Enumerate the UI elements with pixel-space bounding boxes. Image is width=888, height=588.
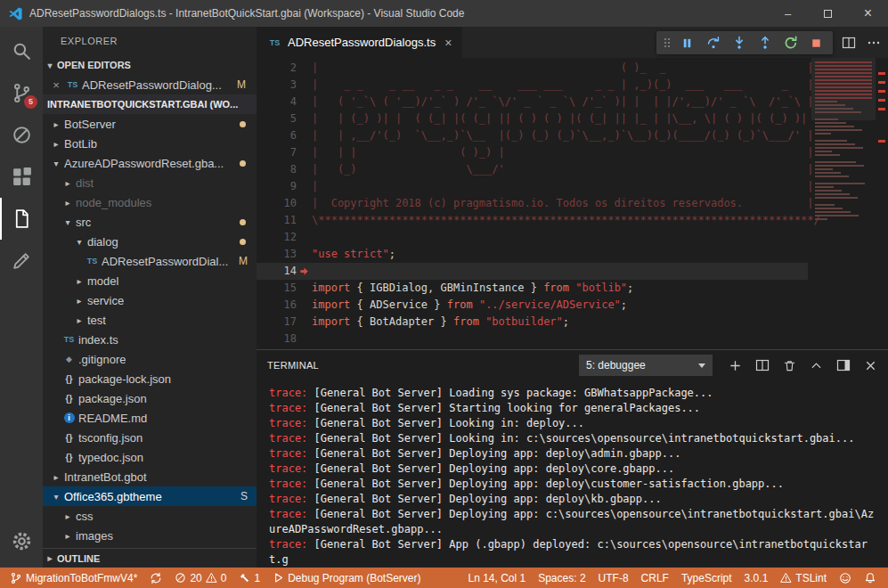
tab-adresetpassworddialogs[interactable]: TS ADResetPasswordDialogs.ts × xyxy=(257,27,462,58)
step-out-button[interactable] xyxy=(753,32,777,53)
terminal-selector-value: 5: debuggee xyxy=(586,359,646,372)
code-line[interactable]: 16import { ADService } from "../service/… xyxy=(257,297,808,314)
status-ts-version[interactable]: 3.0.1 xyxy=(738,568,775,588)
settings-gear-icon[interactable] xyxy=(0,520,43,562)
window-controls: – × xyxy=(768,0,888,27)
tree-item-typedoc-json[interactable]: {}typedoc.json xyxy=(43,447,257,467)
status-tslint[interactable]: TSLint xyxy=(774,568,833,588)
code-line[interactable]: 12 xyxy=(257,229,808,246)
tree-item-intranetbot-gbot[interactable]: ▸IntranetBot.gbot xyxy=(43,467,257,486)
more-actions-icon[interactable] xyxy=(867,36,881,50)
status-language[interactable]: TypeScript xyxy=(675,568,738,588)
tree-item-botserver[interactable]: ▸BotServer xyxy=(43,114,257,134)
tree-item-index-ts[interactable]: TSindex.ts xyxy=(43,330,257,349)
tree-item-css[interactable]: ▸css xyxy=(43,506,257,526)
search-icon[interactable] xyxy=(0,30,43,72)
tree-item-images[interactable]: ▸images xyxy=(43,526,257,545)
pause-button[interactable] xyxy=(675,32,699,53)
maximize-button[interactable] xyxy=(808,0,848,27)
code-line[interactable]: 14 xyxy=(257,263,808,280)
status-encoding[interactable]: UTF-8 xyxy=(592,568,635,588)
workspace-section-header[interactable]: INTRANETBOTQUICKSTART.GBAI (WO... xyxy=(43,94,257,114)
status-debug-program[interactable]: Debug Program (BotServer) xyxy=(266,568,427,588)
status-notifications[interactable] xyxy=(858,568,883,588)
minimize-button[interactable]: – xyxy=(768,0,808,27)
code-line[interactable]: 17import { BotAdapter } from "botbuilder… xyxy=(257,314,808,331)
edit-icon[interactable] xyxy=(0,240,43,282)
tree-item-readme-md[interactable]: iREADME.md xyxy=(43,408,257,428)
code-line[interactable]: 4| ( '_`\ ( '__)/'_` ) /'_ `\/' _ ` _ `\… xyxy=(257,94,808,110)
debug-icon[interactable] xyxy=(0,114,43,156)
step-over-button[interactable] xyxy=(701,32,725,53)
smiley-icon xyxy=(839,572,851,584)
drag-handle-icon[interactable] xyxy=(661,32,673,53)
minimap[interactable] xyxy=(811,58,876,349)
code-line[interactable]: 2| ( )_ _ | xyxy=(257,60,808,77)
explorer-icon[interactable] xyxy=(0,198,43,240)
source-control-icon[interactable]: 5 xyxy=(0,72,43,114)
status-sync[interactable] xyxy=(143,568,168,588)
tree-item-label: test xyxy=(87,314,106,327)
close-button[interactable]: × xyxy=(848,0,888,27)
status-problems[interactable]: 200 xyxy=(168,568,232,588)
tree-item-package-json[interactable]: {}package.json xyxy=(43,388,257,408)
restart-button[interactable] xyxy=(778,32,802,53)
tree-item--gitignore[interactable]: ◆.gitignore xyxy=(43,349,257,369)
tree-item-dialog[interactable]: ▾dialog xyxy=(43,232,257,251)
outline-header[interactable]: ▸ OUTLINE xyxy=(43,548,257,568)
open-editors-header[interactable]: ▾ OPEN EDITORS xyxy=(43,55,257,75)
status-feedback[interactable] xyxy=(833,568,858,588)
tab-terminal[interactable]: TERMINAL xyxy=(267,360,319,371)
code-line[interactable]: 13"use strict"; xyxy=(257,246,808,263)
tree-item-office365-gbtheme[interactable]: ▾Office365.gbthemeS xyxy=(43,486,257,506)
status-tasks[interactable]: 1 xyxy=(232,568,266,588)
debug-toolbar xyxy=(656,31,833,54)
tree-item-dist[interactable]: ▸dist xyxy=(43,173,257,192)
extensions-icon[interactable] xyxy=(0,156,43,198)
code-line[interactable]: 3| _ _ _ __ _ _ __ ___ ___ _ _ | ,_)(_) … xyxy=(257,77,808,94)
file-tree: ▸BotServer▸BotLib▾AzureADPasswordReset.g… xyxy=(43,114,257,545)
step-into-button[interactable] xyxy=(727,32,751,53)
code-line[interactable]: 11\*************************************… xyxy=(257,212,808,229)
tree-item-service[interactable]: ▸service xyxy=(43,290,257,310)
status-cursor-position[interactable]: Ln 14, Col 1 xyxy=(461,568,532,588)
terminal-line: trace: [General Bot Server] Deploying ap… xyxy=(269,446,876,461)
tree-item-botlib[interactable]: ▸BotLib xyxy=(43,134,257,153)
code-line[interactable]: 15import { IGBDialog, GBMinInstance } fr… xyxy=(257,280,808,297)
tree-item-node-modules[interactable]: ▸node_modules xyxy=(43,192,257,212)
window-title: ADResetPasswordDialogs.ts - IntranetBotQ… xyxy=(29,7,464,20)
status-git-branch[interactable]: MigrationToBotFmwV4* xyxy=(4,568,143,588)
code-line[interactable]: 6| | ,__/'(_) `\__,_)`\__ |(_) (_) (_)`\… xyxy=(257,127,808,144)
open-editor-item[interactable]: × TS ADResetPasswordDialog... M xyxy=(43,75,257,94)
new-terminal-icon[interactable] xyxy=(729,359,742,372)
tree-item-adresetpassworddial-[interactable]: TSADResetPasswordDial...M xyxy=(43,251,257,271)
code-line[interactable]: 18 xyxy=(257,331,808,347)
tree-item-tsconfig-json[interactable]: {}tsconfig.json xyxy=(43,428,257,447)
close-icon[interactable]: × xyxy=(50,78,62,92)
code-line[interactable]: 10| Copyright 2018 (c) pragmatismo.io. T… xyxy=(257,195,808,212)
status-eol[interactable]: CRLF xyxy=(635,568,675,588)
chevron-right-icon: ▸ xyxy=(50,139,62,149)
tree-item-test[interactable]: ▸test xyxy=(43,310,257,330)
tab-close-icon[interactable]: × xyxy=(444,36,452,50)
maximize-panel-icon[interactable] xyxy=(810,359,823,372)
kill-terminal-icon[interactable] xyxy=(783,359,796,372)
code-line[interactable]: 5| | (_) )| | ( (_| |( (_| || ( ) ( ) |(… xyxy=(257,110,808,127)
tree-item-src[interactable]: ▾src xyxy=(43,212,257,232)
tree-item-model[interactable]: ▸model xyxy=(43,271,257,290)
code-line[interactable]: 8| (_) \___/' | xyxy=(257,161,808,178)
status-indentation[interactable]: Spaces: 2 xyxy=(532,568,591,588)
code-line[interactable]: 9| | xyxy=(257,178,808,195)
tree-item-package-lock-json[interactable]: {}package-lock.json xyxy=(43,369,257,388)
terminal-output[interactable]: trace: [General Bot Server] Loading sys … xyxy=(257,380,888,568)
code-editor[interactable]: 2| ( )_ _ |3| _ _ _ __ _ _ __ ___ ___ _ … xyxy=(257,58,888,349)
panel-position-icon[interactable] xyxy=(836,358,851,372)
tree-item-azureadpasswordreset-gba-[interactable]: ▾AzureADPasswordReset.gba... xyxy=(43,153,257,173)
split-editor-icon[interactable] xyxy=(842,36,856,50)
split-terminal-icon[interactable] xyxy=(755,358,770,372)
code-line[interactable]: 7| | | ( )_) | | xyxy=(257,144,808,161)
terminal-line: trace: [General Bot Server] App (.gbapp)… xyxy=(269,537,876,568)
stop-button[interactable] xyxy=(804,32,828,53)
terminal-selector[interactable]: 5: debuggee xyxy=(579,355,713,376)
close-panel-icon[interactable] xyxy=(864,359,877,372)
